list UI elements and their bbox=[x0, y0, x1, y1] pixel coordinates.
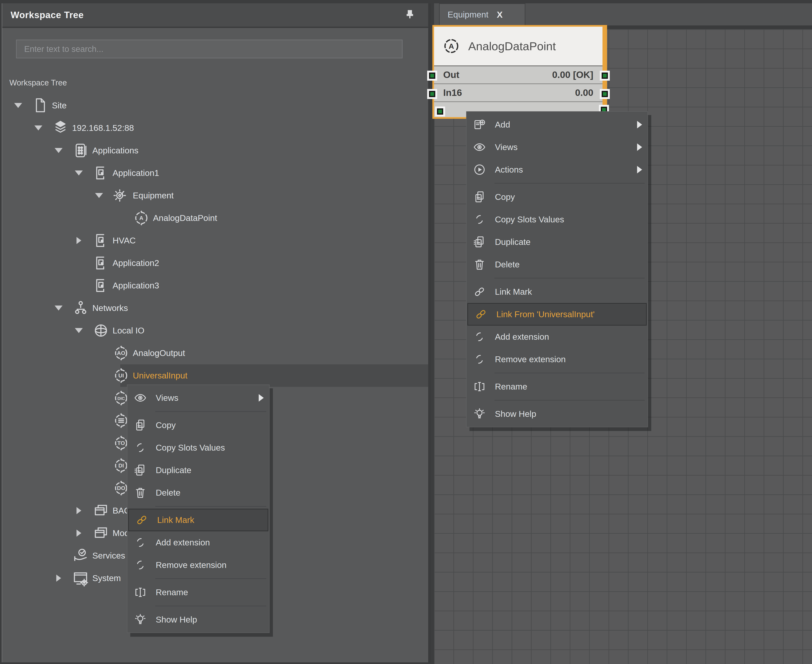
slot-in16[interactable]: In16 0.00 bbox=[434, 84, 602, 102]
gear-bolt-icon bbox=[113, 187, 129, 204]
menu-item-actions[interactable]: Actions bbox=[466, 158, 647, 181]
menu-item-label: Link From 'UniversalInput' bbox=[496, 309, 641, 319]
menu-item-label: Show Help bbox=[156, 615, 264, 625]
menu-item-remove-extension[interactable]: Remove extension bbox=[466, 348, 647, 371]
menu-item-rename[interactable]: Rename bbox=[127, 581, 269, 604]
tree-item-label: Site bbox=[52, 94, 67, 117]
menu-item-rename[interactable]: Rename bbox=[466, 375, 647, 398]
chain-icon bbox=[474, 308, 488, 321]
tree-expand-arrow[interactable] bbox=[52, 139, 65, 162]
tree-expand-arrow[interactable] bbox=[73, 229, 85, 252]
tree-item-label: Equipment bbox=[133, 184, 174, 207]
tree-expand-arrow[interactable] bbox=[73, 162, 85, 184]
search-input[interactable] bbox=[16, 40, 403, 59]
tree-item-label: Application2 bbox=[113, 252, 159, 274]
connector-pin-in16-right[interactable] bbox=[602, 91, 608, 97]
copy-icon bbox=[473, 190, 486, 203]
tree-item-local-io[interactable]: Local IO bbox=[2, 319, 428, 342]
bulb-icon bbox=[134, 613, 147, 626]
menu-item-views[interactable]: Views bbox=[466, 136, 647, 158]
tree-item-analogoutput[interactable]: AOAnalogOutput bbox=[2, 342, 428, 364]
menu-item-copy[interactable]: Copy bbox=[466, 186, 647, 208]
menu-item-label: Rename bbox=[156, 588, 264, 597]
tree-item-application3[interactable]: Application3 bbox=[2, 274, 428, 297]
menu-separator bbox=[155, 578, 266, 579]
svg-text:A: A bbox=[139, 215, 143, 221]
pin-icon[interactable] bbox=[403, 8, 417, 22]
tree-section-label: Workspace Tree bbox=[10, 78, 67, 87]
tree-expand-arrow[interactable] bbox=[73, 319, 85, 342]
io-circle-icon: UI bbox=[113, 367, 129, 384]
menu-item-link-mark[interactable]: Link Mark bbox=[466, 280, 647, 303]
tree-item-analogdatapoint[interactable]: AAnalogDataPoint bbox=[2, 207, 428, 229]
tree-item-site[interactable]: Site bbox=[2, 94, 428, 117]
tree-expand-arrow[interactable] bbox=[52, 567, 65, 589]
tab-close-icon[interactable]: X bbox=[497, 10, 503, 20]
chain-icon bbox=[473, 285, 486, 298]
svg-text:DIC: DIC bbox=[117, 396, 125, 401]
tree-item-label: HVAC bbox=[113, 229, 136, 252]
menu-item-add[interactable]: Add bbox=[466, 113, 647, 136]
app-window-icon bbox=[93, 255, 109, 271]
menu-separator bbox=[494, 373, 645, 373]
tree-item-hvac[interactable]: HVAC bbox=[2, 229, 428, 252]
analog-data-point-block[interactable]: A AnalogDataPoint Out 0.00 [OK] In16 0.0… bbox=[432, 25, 607, 119]
tree-expand-arrow[interactable] bbox=[73, 522, 85, 544]
connector-pin-in16-left[interactable] bbox=[429, 91, 435, 97]
tree-item-label: System bbox=[92, 567, 121, 589]
panel-title: Workspace Tree bbox=[11, 10, 84, 20]
tree-item-networks[interactable]: Networks bbox=[2, 297, 428, 319]
tree-item-universalinput[interactable]: UIUniversalInput bbox=[2, 364, 428, 387]
tree-item-applications[interactable]: Applications bbox=[2, 139, 428, 162]
slots-arcs-icon bbox=[134, 441, 147, 454]
svg-text:AO: AO bbox=[117, 350, 125, 356]
menu-item-duplicate[interactable]: Duplicate bbox=[127, 459, 269, 482]
network-icon bbox=[72, 300, 89, 316]
menu-item-copy[interactable]: Copy bbox=[127, 414, 269, 436]
tree-item-label: 192.168.1.52:88 bbox=[72, 117, 134, 139]
connector-pin-out-right[interactable] bbox=[602, 73, 608, 79]
menu-item-label: Remove extension bbox=[156, 560, 264, 570]
block-title: AnalogDataPoint bbox=[468, 39, 556, 53]
tree-item-label: Local IO bbox=[113, 319, 145, 342]
menu-item-views[interactable]: Views bbox=[127, 387, 269, 409]
menu-item-link-mark[interactable]: Link Mark bbox=[128, 509, 268, 531]
svg-text:DO: DO bbox=[117, 485, 125, 491]
menu-separator bbox=[155, 411, 266, 412]
tree-expand-arrow[interactable] bbox=[12, 94, 24, 117]
menu-item-show-help[interactable]: Show Help bbox=[127, 609, 269, 631]
connector-pin-out-left[interactable] bbox=[429, 73, 435, 79]
tree-item-label: AnalogDataPoint bbox=[153, 207, 217, 229]
tree-item-label: Applications bbox=[92, 139, 139, 162]
folders-icon bbox=[93, 502, 109, 519]
connector-pin-bottom-left[interactable] bbox=[437, 108, 443, 115]
svg-text:UI: UI bbox=[118, 373, 124, 379]
menu-item-link-from-universalinput-[interactable]: Link From 'UniversalInput' bbox=[467, 303, 647, 325]
tree-item-label: UniversalInput bbox=[133, 364, 188, 387]
tab-equipment[interactable]: Equipment X bbox=[439, 3, 525, 25]
tree-item-192-168-1-52-88[interactable]: 192.168.1.52:88 bbox=[2, 117, 428, 139]
app-window-icon bbox=[93, 164, 109, 181]
menu-item-label: Delete bbox=[156, 488, 264, 498]
tree-expand-arrow[interactable] bbox=[93, 184, 105, 207]
menu-item-duplicate[interactable]: Duplicate bbox=[466, 231, 647, 253]
system-icon bbox=[72, 570, 89, 586]
menu-item-show-help[interactable]: Show Help bbox=[466, 403, 647, 425]
menu-item-remove-extension[interactable]: Remove extension bbox=[127, 554, 269, 576]
menu-item-label: Copy bbox=[495, 192, 642, 202]
tree-expand-arrow[interactable] bbox=[52, 297, 65, 319]
menu-item-delete[interactable]: Delete bbox=[127, 482, 269, 504]
tree-item-equipment[interactable]: Equipment bbox=[2, 184, 428, 207]
slots-arcs-icon bbox=[134, 536, 147, 549]
tree-expand-arrow[interactable] bbox=[32, 117, 45, 139]
tree-item-application2[interactable]: Application2 bbox=[2, 252, 428, 274]
menu-item-add-extension[interactable]: Add extension bbox=[127, 531, 269, 554]
tree-expand-arrow[interactable] bbox=[73, 500, 85, 522]
slot-out[interactable]: Out 0.00 [OK] bbox=[434, 66, 602, 84]
menu-item-add-extension[interactable]: Add extension bbox=[466, 325, 647, 348]
menu-item-delete[interactable]: Delete bbox=[466, 253, 647, 276]
menu-item-copy-slots-values[interactable]: Copy Slots Values bbox=[127, 436, 269, 459]
menu-item-copy-slots-values[interactable]: Copy Slots Values bbox=[466, 208, 647, 231]
io-circle-icon: A bbox=[133, 210, 150, 226]
tree-item-application1[interactable]: Application1 bbox=[2, 162, 428, 184]
